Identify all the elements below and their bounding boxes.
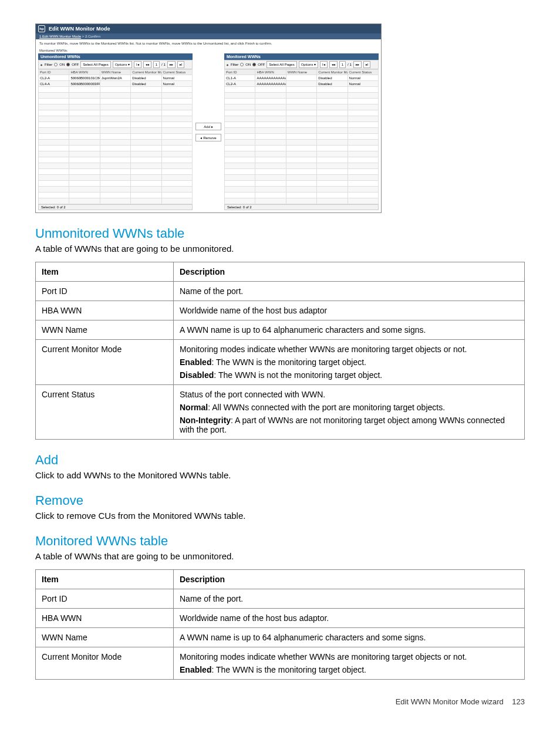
monitored-table[interactable]: Port IDHBA WWNWWN NameCurrent Monitor Mo… <box>224 69 379 204</box>
next-page-button[interactable]: ▸▸ <box>353 61 362 68</box>
item-cell: Current Status <box>36 385 174 440</box>
table-cell <box>161 187 192 193</box>
page-input[interactable]: 1 <box>339 61 346 68</box>
grid-column-header[interactable]: Port ID <box>39 70 69 75</box>
table-cell <box>317 87 348 93</box>
table-cell <box>161 198 192 204</box>
table-cell <box>161 104 192 110</box>
term-label: Non-Integrity <box>180 416 231 425</box>
description-cell: Monitoring modes indicate whether WWNs a… <box>174 647 525 680</box>
table-cell: Disabled <box>317 81 348 87</box>
table-cell <box>161 116 192 122</box>
table-cell <box>286 81 316 87</box>
select-all-pages-button[interactable]: Select All Pages <box>266 61 296 68</box>
table-cell <box>348 140 378 146</box>
table-cell <box>317 198 348 204</box>
table-cell <box>69 104 100 110</box>
table-cell <box>131 181 161 187</box>
table-cell <box>161 128 192 134</box>
table-row-empty <box>39 151 193 157</box>
table-cell <box>39 104 69 110</box>
table-cell <box>161 134 192 140</box>
last-page-button[interactable]: ▸I <box>177 61 185 68</box>
first-page-button[interactable]: I◂ <box>320 61 328 68</box>
table-cell <box>100 169 130 175</box>
table-cell <box>286 163 316 169</box>
description-text: Monitoring modes indicate whether WWNs a… <box>180 345 518 354</box>
table-cell <box>317 163 348 169</box>
item-cell: WWN Name <box>36 628 174 647</box>
table-cell <box>348 134 378 140</box>
last-page-button[interactable]: ▸I <box>363 61 371 68</box>
table-cell <box>286 134 316 140</box>
monitored-panel-title: Monitored WWNs <box>224 53 379 60</box>
table-cell <box>348 146 378 151</box>
add-button[interactable]: Add ▸ <box>195 123 221 130</box>
options-button[interactable]: Options ▾ <box>113 61 132 68</box>
table-cell <box>39 187 69 193</box>
table-row[interactable]: CL1-AAAAAAAAAAAAAAAAADisabledNormal <box>225 75 379 81</box>
monitored-panel: Monitored WWNs ✶ Filter ON OFF Select Al… <box>224 53 379 210</box>
grid-column-header[interactable]: Current Status <box>161 70 192 75</box>
table-row[interactable]: CL4-A50060B0000003FF0DisabledNormal <box>39 81 193 87</box>
grid-column-header[interactable]: WWN Name <box>100 70 130 75</box>
table-cell <box>225 110 255 116</box>
table-cell <box>131 146 161 151</box>
table-cell <box>131 151 161 157</box>
table-row: WWN NameA WWN name is up to 64 alphanume… <box>36 320 525 340</box>
table-cell <box>317 104 348 110</box>
table-cell <box>131 128 161 134</box>
table-row-empty <box>225 116 379 122</box>
filter-off-radio[interactable] <box>66 63 70 66</box>
col-item-header: Item <box>36 262 174 282</box>
table-cell <box>131 110 161 116</box>
first-page-button[interactable]: I◂ <box>134 61 141 68</box>
filter-on-radio[interactable] <box>240 63 244 66</box>
table-cell <box>39 175 69 181</box>
next-page-button[interactable]: ▸▸ <box>167 61 176 68</box>
monitored-toolbar: ✶ Filter ON OFF Select All Pages Options… <box>224 60 379 69</box>
table-cell <box>255 187 286 193</box>
grid-column-header[interactable]: Current Status <box>348 70 378 75</box>
grid-column-header[interactable]: WWN Name <box>286 70 316 75</box>
table-cell <box>69 169 100 175</box>
filter-on-radio[interactable] <box>54 63 58 66</box>
grid-column-header[interactable]: Current Monitor Mode <box>131 70 161 75</box>
table-cell <box>100 187 130 193</box>
monitored-wwns-doc-table: Item Description Port IDName of the port… <box>35 569 525 680</box>
table-cell <box>255 116 286 122</box>
select-all-pages-button[interactable]: Select All Pages <box>80 61 110 68</box>
grid-column-header[interactable]: Port ID <box>225 70 255 75</box>
table-row[interactable]: CL2-AAAAAAAAAAAAAAAAADisabledNormal <box>225 81 379 87</box>
breadcrumb-step-1[interactable]: 1.Edit WWN Monitor Mode <box>39 35 81 38</box>
table-row-empty <box>39 198 193 204</box>
table-row: Current StatusStatus of the port connect… <box>36 385 525 440</box>
table-cell <box>131 116 161 122</box>
grid-column-header[interactable]: HBA WWN <box>255 70 286 75</box>
unmonitored-table[interactable]: Port IDHBA WWNWWN NameCurrent Monitor Mo… <box>38 69 193 204</box>
table-cell <box>317 146 348 151</box>
grid-column-header[interactable]: HBA WWN <box>69 70 100 75</box>
filter-off-label: OFF <box>72 63 79 66</box>
prev-page-button[interactable]: ◂◂ <box>329 61 338 68</box>
remove-button[interactable]: ◂ Remove <box>195 134 221 141</box>
page-input[interactable]: 1 <box>153 61 160 68</box>
options-button[interactable]: Options ▾ <box>299 61 318 68</box>
item-cell: HBA WWN <box>36 609 174 628</box>
table-cell <box>131 169 161 175</box>
description-cell: Name of the port. <box>174 282 525 301</box>
table-row[interactable]: CL2-A50060B000101C848CJupinWwn2ADisabled… <box>39 75 193 81</box>
filter-off-radio[interactable] <box>252 63 256 66</box>
prev-page-button[interactable]: ◂◂ <box>143 61 151 68</box>
filter-on-label: ON <box>245 63 251 66</box>
table-row-empty <box>225 181 379 187</box>
table-cell <box>286 146 316 151</box>
table-cell <box>286 181 316 187</box>
table-row-empty <box>225 104 379 110</box>
table-cell <box>131 87 161 93</box>
table-row: HBA WWNWorldwide name of the host bus ad… <box>36 301 525 320</box>
table-cell <box>131 104 161 110</box>
table-cell <box>131 193 161 198</box>
table-row-empty <box>39 175 193 181</box>
grid-column-header[interactable]: Current Monitor Mode <box>317 70 348 75</box>
